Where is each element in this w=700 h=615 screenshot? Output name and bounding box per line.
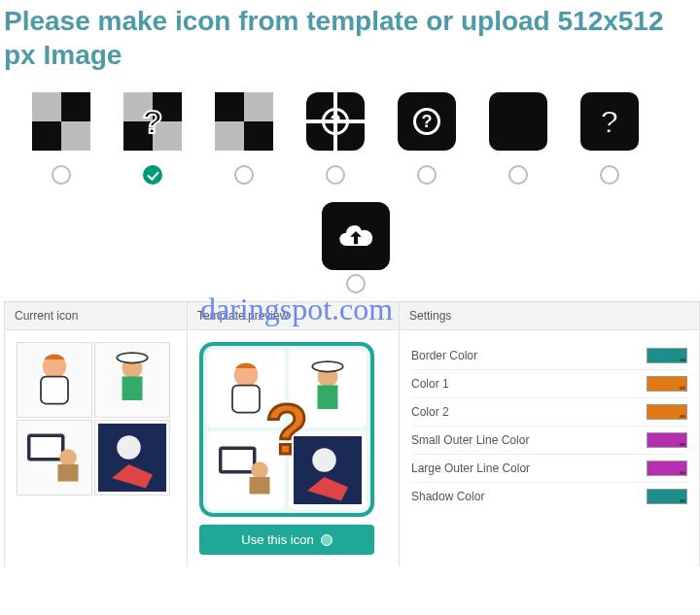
use-this-icon-label: Use this icon	[241, 532, 313, 547]
template-preview-panel: Template preview ? Use this icon	[188, 302, 400, 566]
template-preview-header: Template preview	[188, 302, 399, 330]
upload-button[interactable]	[322, 202, 390, 270]
template-radio-6[interactable]	[508, 165, 528, 185]
question-icon: ?	[600, 103, 620, 141]
cartoon-icon	[20, 346, 88, 414]
svg-point-15	[312, 361, 343, 372]
template-radio-5[interactable]	[417, 165, 437, 185]
color-swatch[interactable]	[647, 348, 687, 363]
preview-grid: ?	[199, 342, 374, 517]
template-radio-2[interactable]	[143, 165, 162, 185]
svg-rect-3	[122, 377, 143, 401]
dot-icon	[321, 534, 332, 546]
template-option-2[interactable]: ?	[121, 89, 185, 154]
svg-rect-1	[41, 377, 68, 404]
template-option-1[interactable]	[29, 89, 93, 154]
question-icon: ?	[143, 103, 163, 141]
template-option-3[interactable]	[212, 89, 276, 154]
template-radio-7[interactable]	[600, 165, 619, 185]
setting-label: Shadow Color	[411, 490, 647, 503]
color-swatch[interactable]	[647, 376, 687, 392]
page-title: Please make icon from template or upload…	[4, 4, 700, 72]
template-radio-1[interactable]	[52, 165, 71, 185]
setting-row-3: Small Outer Line Color	[411, 427, 687, 455]
use-this-icon-button[interactable]: Use this icon	[199, 525, 374, 555]
setting-row-4: Large Outer Line Color	[411, 455, 687, 483]
panels: Current icon Template preview ? Use this…	[4, 301, 700, 566]
upload-radio[interactable]	[346, 274, 366, 293]
color-swatch[interactable]	[647, 489, 687, 504]
setting-label: Small Outer Line Color	[411, 433, 647, 447]
svg-point-7	[59, 449, 77, 466]
svg-rect-12	[232, 386, 260, 413]
cartoon-icon	[98, 424, 166, 492]
svg-point-4	[117, 353, 148, 363]
template-radio-row	[4, 165, 700, 185]
question-icon: ?	[413, 108, 440, 135]
color-swatch[interactable]	[647, 432, 687, 448]
settings-panel: Settings Border ColorColor 1Color 2Small…	[400, 302, 700, 566]
question-icon: ?	[265, 390, 308, 469]
setting-label: Large Outer Line Color	[411, 461, 647, 475]
template-option-4[interactable]: ?	[303, 89, 368, 154]
template-option-5[interactable]: ?	[395, 89, 459, 154]
svg-rect-17	[223, 450, 254, 470]
svg-rect-8	[58, 464, 79, 482]
current-icon-panel: Current icon	[5, 302, 188, 566]
cartoon-icon	[20, 424, 88, 492]
setting-row-1: Color 1	[411, 370, 687, 398]
svg-rect-14	[318, 386, 338, 410]
question-icon: ?	[322, 108, 349, 135]
cloud-upload-icon	[336, 217, 375, 256]
svg-rect-6	[31, 437, 62, 458]
template-option-6[interactable]	[486, 89, 550, 154]
svg-rect-19	[250, 477, 270, 495]
color-swatch[interactable]	[647, 461, 687, 476]
current-icon-header: Current icon	[5, 302, 187, 330]
setting-row-5: Shadow Color	[411, 483, 687, 510]
cartoon-icon	[98, 346, 166, 414]
setting-row-2: Color 2	[411, 398, 687, 427]
template-radio-3[interactable]	[234, 165, 254, 185]
template-row: ? ? ? ?	[4, 89, 700, 154]
color-swatch[interactable]	[647, 404, 687, 420]
svg-point-21	[312, 448, 336, 472]
template-option-7[interactable]: ?	[578, 89, 642, 154]
setting-label: Color 2	[411, 405, 647, 419]
svg-point-10	[117, 435, 141, 460]
settings-header: Settings	[400, 302, 699, 330]
current-icon-grid	[17, 342, 172, 497]
setting-label: Color 1	[411, 377, 647, 391]
setting-row-0: Border Color	[411, 342, 687, 370]
template-radio-4[interactable]	[326, 165, 345, 185]
setting-label: Border Color	[411, 349, 647, 362]
